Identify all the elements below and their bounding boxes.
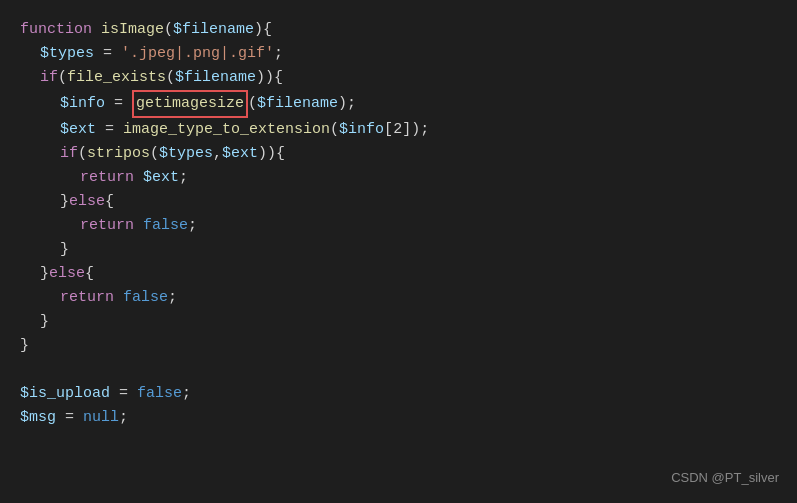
keyword-function: function [20,18,101,42]
code-line-1: function isImage($filename){ [20,18,777,42]
highlighted-function: getimagesize [132,90,248,118]
code-line-7: return $ext; [20,166,777,190]
code-line-9: return false; [20,214,777,238]
code-line-14: } [20,334,777,358]
code-line-15 [20,358,777,382]
code-line-4: $info = getimagesize($filename); [20,90,777,118]
code-line-16: $is_upload = false; [20,382,777,406]
code-line-6: if(stripos($types,$ext)){ [20,142,777,166]
code-line-12: return false; [20,286,777,310]
code-line-2: $types = '.jpeg|.png|.gif'; [20,42,777,66]
code-line-17: $msg = null; [20,406,777,430]
watermark: CSDN @PT_silver [671,468,779,489]
code-line-3: if(file_exists($filename)){ [20,66,777,90]
fn-isimage: isImage [101,18,164,42]
code-line-5: $ext = image_type_to_extension($info[2])… [20,118,777,142]
code-line-8: }else{ [20,190,777,214]
code-line-13: } [20,310,777,334]
code-editor: function isImage($filename){ $types = '.… [0,0,797,503]
code-line-11: }else{ [20,262,777,286]
code-line-10: } [20,238,777,262]
